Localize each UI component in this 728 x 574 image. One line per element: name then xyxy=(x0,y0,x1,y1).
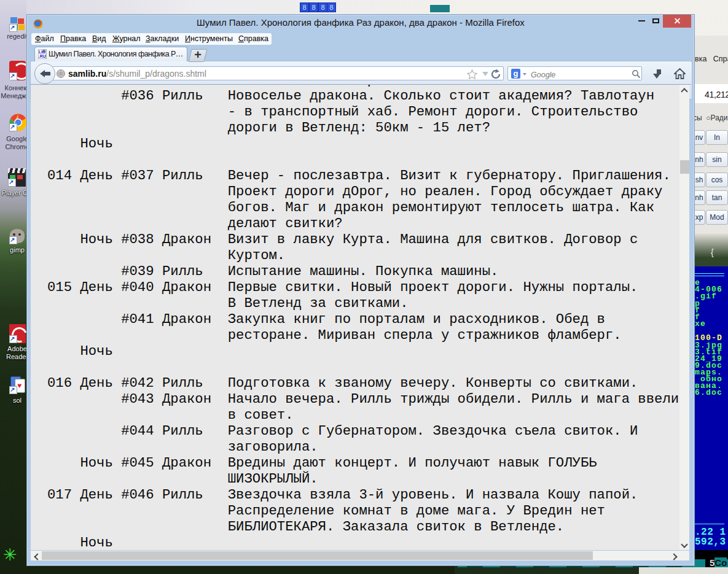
svg-text:LIB: LIB xyxy=(39,50,45,54)
svg-text:.RU: .RU xyxy=(39,54,46,58)
